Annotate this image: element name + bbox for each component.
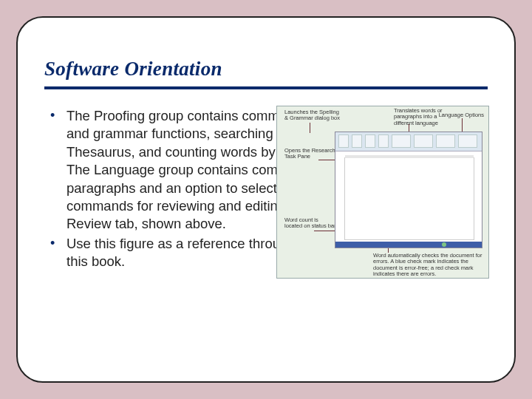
- callout-line: [462, 118, 463, 133]
- mock-ruler: [345, 155, 474, 158]
- figure-screenshot: Launches the Spelling & Grammar dialog b…: [276, 106, 489, 279]
- slide-card: Software Orientation The Proofing group …: [16, 16, 516, 383]
- mock-ribbon-button: [414, 134, 433, 148]
- mock-ribbon-button: [352, 134, 362, 148]
- mock-app-window: [335, 132, 482, 248]
- figure-callout: Launches the Spelling & Grammar dialog b…: [284, 109, 344, 122]
- mock-ribbon: [335, 132, 482, 151]
- mock-status-indicator: [442, 242, 446, 247]
- callout-line: [318, 160, 336, 160]
- slide-title: Software Orientation: [44, 58, 488, 81]
- slide-body: The Proofing group contains commands for…: [44, 107, 488, 271]
- title-divider: [44, 86, 488, 89]
- mock-ribbon-button: [378, 134, 389, 148]
- mock-status-bar: [335, 242, 482, 248]
- figure-callout: Language Options: [439, 112, 484, 118]
- mock-ribbon-button: [436, 134, 455, 148]
- mock-ribbon-button: [365, 134, 375, 148]
- mock-document: [344, 157, 474, 240]
- mock-ribbon-button: [338, 134, 349, 148]
- figure-callout: Word count is located on status bar: [284, 217, 336, 230]
- figure-callout: Word automatically checks the document f…: [373, 253, 484, 277]
- mock-ribbon-button: [392, 134, 411, 148]
- callout-line: [310, 123, 310, 133]
- callout-line: [314, 231, 336, 231]
- mock-ribbon-button: [458, 134, 477, 148]
